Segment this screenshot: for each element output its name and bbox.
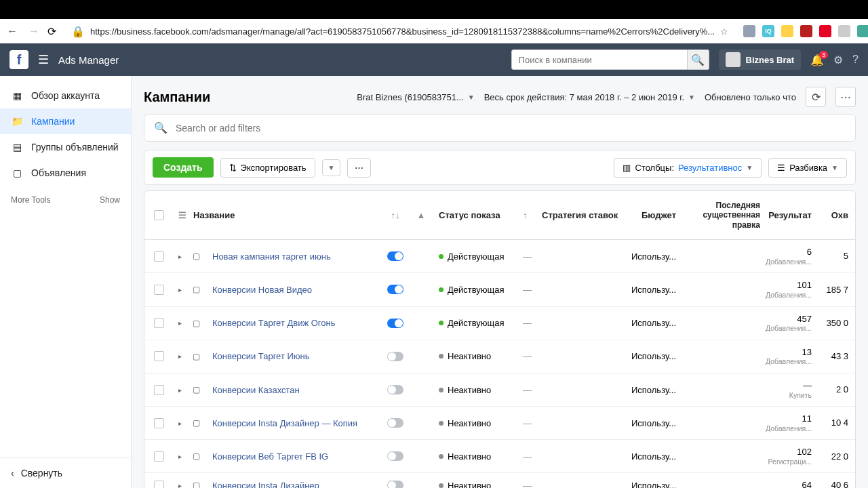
sidebar-item-campaigns[interactable]: 📁 Кампании — [0, 108, 131, 134]
create-button[interactable]: Создать — [153, 157, 214, 178]
campaign-link[interactable]: Конверсии Таргет Движ Огонь — [212, 318, 336, 328]
expand-icon[interactable]: ▸ — [178, 482, 182, 488]
gear-icon[interactable]: ⚙ — [833, 54, 843, 66]
chevron-left-icon: ‹ — [11, 468, 14, 479]
collapse-sidebar[interactable]: ‹ Свернуть — [0, 458, 131, 488]
campaign-link[interactable]: Конверсии Insta Дизайнер — [212, 481, 319, 488]
sort-icon[interactable]: ↑↓ — [382, 191, 409, 239]
toggle[interactable] — [387, 251, 403, 261]
filter-input[interactable] — [176, 123, 846, 134]
row-checkbox[interactable] — [154, 318, 164, 328]
row-checkbox[interactable] — [154, 481, 164, 488]
col-strategy[interactable]: Стратегия ставок — [536, 191, 625, 239]
toggle[interactable] — [387, 481, 403, 488]
sort-up-icon[interactable]: ↑ — [517, 191, 536, 239]
row-checkbox[interactable] — [154, 251, 164, 262]
date-range-dropdown[interactable]: Весь срок действия: 7 мая 2018 г. – 2 ию… — [484, 92, 695, 102]
star-icon[interactable]: ☆ — [720, 26, 728, 37]
col-result[interactable]: Результат — [766, 191, 817, 239]
campaign-link[interactable]: Конверсии Insta Дизайнер — Копия — [212, 418, 357, 428]
ext-icon[interactable] — [800, 25, 812, 37]
expand-icon[interactable]: ▸ — [178, 352, 182, 360]
folder-icon: ▢ — [193, 319, 200, 328]
sidebar-item-overview[interactable]: ▦ Обзор аккаунта — [0, 83, 131, 108]
breakdown-dropdown[interactable]: ☰ Разбивка ▼ — [768, 158, 847, 178]
campaign-link[interactable]: Конверсии Новая Видео — [212, 285, 312, 295]
status-dot — [439, 354, 443, 359]
toggle[interactable] — [387, 418, 403, 428]
row-checkbox[interactable] — [154, 385, 164, 395]
row-checkbox[interactable] — [154, 451, 164, 462]
table-row[interactable]: ▸▢Новая кампания таргет июньДействующая—… — [144, 240, 855, 273]
url-bar[interactable]: 🔒 https://business.facebook.com/adsmanag… — [64, 22, 735, 41]
table-row[interactable]: ▸▢Конверсии Веб Таргет FB IGНеактивно—Ис… — [144, 440, 855, 473]
export-button[interactable]: ⇅ Экспортировать — [220, 158, 315, 178]
col-name[interactable]: Название — [193, 210, 235, 220]
more-actions-button[interactable]: ⋯ — [347, 158, 371, 178]
table-row[interactable]: ▸▢Конверсии Новая ВидеоДействующая—Испол… — [144, 273, 855, 306]
back-icon[interactable]: ← — [7, 25, 18, 37]
status-text: Неактивно — [448, 418, 491, 428]
sidebar-item-adsets[interactable]: ▤ Группы объявлений — [0, 134, 131, 160]
reach-value: 22 0 — [831, 451, 848, 462]
campaign-link[interactable]: Конверсии Казахстан — [212, 385, 300, 395]
reach-value: 185 7 — [826, 285, 848, 296]
ext-icon[interactable] — [838, 25, 850, 37]
row-checkbox[interactable] — [154, 285, 164, 295]
ad-icon: ▢ — [11, 167, 23, 179]
toggle[interactable] — [387, 319, 403, 328]
expand-icon[interactable]: ▸ — [178, 253, 182, 260]
toggle[interactable] — [387, 451, 403, 461]
toggle[interactable] — [387, 385, 403, 394]
account-label: Brat Biznes (6190583751... — [357, 92, 464, 102]
col-status[interactable]: Статус показа — [433, 191, 517, 239]
status-dot — [439, 388, 443, 392]
facebook-logo[interactable]: f — [9, 50, 28, 69]
ext-icon[interactable]: IQ — [762, 25, 774, 37]
account-dropdown[interactable]: Brat Biznes (6190583751... ▼ — [357, 92, 474, 102]
table-row[interactable]: ▸▢Конверсии КазахстанНеактивно—Использу.… — [144, 373, 855, 407]
warning-icon[interactable]: ▲ — [409, 191, 433, 239]
col-budget[interactable]: Бюджет — [625, 191, 682, 239]
ext-icon[interactable] — [819, 25, 831, 37]
expand-icon[interactable]: ▸ — [178, 319, 182, 327]
table-row[interactable]: ▸▢Конверсии Insta ДизайнерНеактивно—Испо… — [144, 473, 855, 488]
campaign-link[interactable]: Новая кампания таргет июнь — [212, 251, 331, 262]
row-checkbox[interactable] — [154, 418, 164, 428]
company-search-input[interactable] — [511, 49, 688, 70]
folder-icon: ▢ — [193, 481, 200, 488]
sidebar-item-ads[interactable]: ▢ Объявления — [0, 160, 131, 186]
refresh-button[interactable]: ⟳ — [806, 87, 826, 107]
account-selector[interactable]: Biznes Brat — [719, 49, 802, 70]
col-reach[interactable]: Охв — [817, 191, 854, 239]
expand-icon[interactable]: ▸ — [178, 420, 182, 427]
ext-icon[interactable] — [743, 25, 755, 37]
row-checkbox[interactable] — [154, 351, 164, 361]
menu-icon[interactable]: ☰ — [38, 52, 49, 67]
more-button[interactable]: ⋯ — [835, 87, 856, 107]
select-all-checkbox[interactable] — [154, 210, 164, 220]
table-row[interactable]: ▸▢Конверсии Таргет Движ ОгоньДействующая… — [144, 307, 855, 340]
expand-icon[interactable]: ▸ — [178, 453, 182, 460]
search-button[interactable]: 🔍 — [688, 49, 709, 70]
reload-icon[interactable]: ⟳ — [47, 25, 56, 38]
table-row[interactable]: ▸▢Конверсии Insta Дизайнер — КопияНеакти… — [144, 407, 855, 440]
export-dropdown[interactable]: ▼ — [322, 159, 341, 176]
show-link[interactable]: Show — [100, 195, 120, 205]
ext-icon[interactable] — [781, 25, 793, 37]
expand-icon[interactable]: ▸ — [178, 286, 182, 293]
expand-icon[interactable]: ▸ — [178, 386, 182, 394]
folder-icon: ▢ — [193, 251, 200, 261]
list-icon: ☰ — [178, 210, 186, 220]
table-row[interactable]: ▸▢Конверсии Таргет ИюньНеактивно—Использ… — [144, 340, 855, 373]
help-icon[interactable]: ? — [852, 54, 859, 66]
campaign-link[interactable]: Конверсии Таргет Июнь — [212, 351, 310, 361]
forward-icon[interactable]: → — [28, 25, 39, 37]
ext-icon[interactable] — [857, 25, 868, 37]
dash: — — [523, 351, 532, 361]
col-lastedit[interactable]: Последняя существенная правка — [682, 191, 766, 239]
campaign-link[interactable]: Конверсии Веб Таргет FB IG — [212, 451, 328, 462]
toggle[interactable] — [387, 285, 403, 294]
toggle[interactable] — [387, 352, 403, 361]
columns-dropdown[interactable]: ▥ Столбцы: Результативнос ▼ — [614, 158, 762, 178]
